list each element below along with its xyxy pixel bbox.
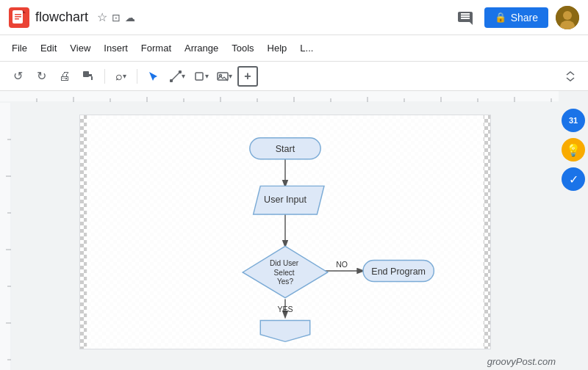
check-sidebar-icon[interactable]: ✓	[562, 167, 585, 191]
document-title[interactable]: flowchart	[35, 10, 88, 25]
svg-rect-11	[91, 76, 93, 80]
select-button[interactable]	[143, 66, 164, 87]
cloud-icon[interactable]: ☁	[125, 12, 135, 23]
line-button[interactable]: ▾	[167, 66, 187, 87]
app-logo[interactable]	[9, 7, 29, 28]
svg-text:Start: Start	[276, 144, 295, 154]
lightbulb-sidebar-icon[interactable]: 💡	[562, 138, 585, 162]
header: flowchart ☆ ⊡ ☁ 🔒 Share	[0, 0, 588, 35]
main-area: Start User Input Did User Select Yes? NO…	[0, 91, 588, 370]
menubar: File Edit View Insert Format Arrange Too…	[0, 35, 588, 62]
zoom-arrow: ▾	[123, 72, 126, 80]
calendar-label: 31	[569, 116, 578, 125]
share-button[interactable]: 🔒 Share	[484, 7, 548, 28]
watermark-text: groovyPost.com	[487, 356, 556, 367]
drive-icon[interactable]: ⊡	[112, 12, 121, 23]
menu-insert[interactable]: Insert	[98, 40, 134, 57]
menu-more[interactable]: L...	[294, 40, 319, 57]
comments-icon[interactable]	[453, 6, 477, 29]
svg-text:End Program: End Program	[371, 266, 426, 277]
svg-point-8	[563, 11, 572, 20]
image-button[interactable]: ▾	[214, 66, 234, 87]
menu-edit[interactable]: Edit	[35, 40, 62, 57]
undo-button[interactable]: ↺	[7, 66, 28, 87]
vertical-ruler	[0, 103, 12, 370]
watermark: groovyPost.com	[487, 356, 556, 367]
shape-dropdown[interactable]: ▾	[205, 72, 209, 80]
svg-text:User Input: User Input	[264, 195, 306, 205]
zoom-icon: ⌕	[115, 70, 123, 83]
menu-help[interactable]: Help	[262, 40, 293, 57]
line-dropdown[interactable]: ▾	[182, 72, 185, 80]
svg-text:NO: NO	[336, 260, 348, 269]
toolbar: ↺ ↻ 🖨 ⌕ ▾ ▾ ▾	[0, 62, 588, 91]
menu-tools[interactable]: Tools	[226, 40, 259, 57]
menu-file[interactable]: File	[6, 40, 33, 57]
menu-arrange[interactable]: Arrange	[179, 40, 224, 57]
zoom-control[interactable]: ⌕ ▾	[111, 68, 131, 84]
separator-1	[104, 69, 105, 84]
svg-point-13	[170, 79, 172, 81]
menu-format[interactable]: Format	[135, 40, 177, 57]
svg-text:YES: YES	[277, 305, 293, 313]
canvas-area[interactable]: Start User Input Did User Select Yes? NO…	[12, 103, 559, 370]
more-button[interactable]: +	[237, 66, 258, 87]
star-icon[interactable]: ☆	[97, 10, 107, 24]
calendar-sidebar-icon[interactable]: 31	[562, 109, 585, 132]
redo-button[interactable]: ↻	[31, 66, 51, 87]
svg-rect-2	[15, 14, 21, 15]
share-label: Share	[511, 12, 538, 23]
svg-rect-18	[0, 91, 559, 103]
collapse-button[interactable]	[560, 66, 581, 87]
lightbulb-label: 💡	[566, 143, 581, 157]
svg-rect-4	[15, 18, 19, 20]
right-sidebar: 31 💡 ✓	[559, 103, 588, 370]
svg-rect-15	[196, 73, 203, 80]
horizontal-ruler	[0, 91, 559, 103]
header-right: 🔒 Share	[453, 6, 579, 29]
separator-2	[137, 69, 137, 84]
flowchart-diagram[interactable]: Start User Input Did User Select Yes? NO…	[80, 115, 490, 349]
lock-icon: 🔒	[495, 12, 506, 23]
menu-view[interactable]: View	[64, 40, 96, 57]
svg-line-12	[171, 72, 180, 81]
svg-rect-10	[83, 71, 89, 77]
header-icons: ☆ ⊡ ☁	[97, 10, 135, 24]
svg-rect-3	[15, 16, 21, 18]
image-dropdown[interactable]: ▾	[229, 72, 232, 80]
drawing-canvas[interactable]: Start User Input Did User Select Yes? NO…	[79, 115, 491, 349]
shape-picker-button[interactable]: ▾	[190, 66, 211, 87]
print-button[interactable]: 🖨	[54, 66, 75, 87]
paint-format-button[interactable]	[78, 66, 98, 87]
svg-rect-35	[0, 103, 12, 370]
check-label: ✓	[569, 173, 578, 186]
user-avatar[interactable]	[556, 6, 579, 29]
